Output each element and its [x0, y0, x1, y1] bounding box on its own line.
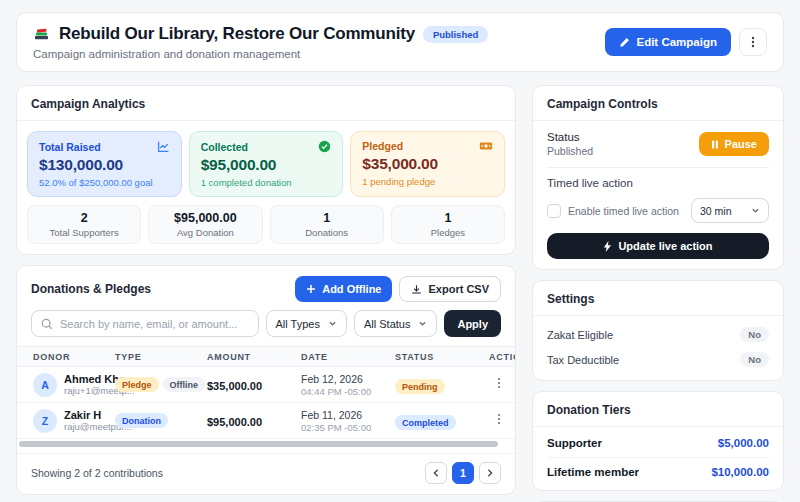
zakat-row: Zakat Eligible No: [547, 322, 769, 347]
duration-select[interactable]: 30 min: [691, 198, 769, 223]
time: 04:44 PM -05:00: [301, 386, 395, 397]
edit-campaign-button[interactable]: Edit Campaign: [605, 28, 731, 56]
type-badge-pledge: Pledge: [115, 377, 159, 392]
check-circle-icon: [318, 140, 331, 153]
books-icon: [33, 25, 51, 43]
pause-button[interactable]: Pause: [699, 132, 769, 156]
stat-pledges: 1 Pledges: [391, 205, 505, 244]
campaign-analytics-card: Campaign Analytics Total Raised $130,000…: [16, 85, 516, 255]
type-badge-offline: Offline: [163, 377, 206, 392]
donations-title: Donations & Pledges: [31, 282, 151, 296]
kebab-icon: [747, 36, 759, 48]
pledged-card: Pledged $35,000.00 1 pending pledge: [350, 131, 505, 197]
pledged-value: $35,000.00: [362, 155, 493, 173]
update-live-action-button[interactable]: Update live action: [547, 233, 769, 259]
add-offline-button[interactable]: Add Offline: [295, 276, 392, 302]
total-raised-value: $130,000.00: [39, 156, 170, 174]
stat-donations: 1 Donations: [270, 205, 384, 244]
tax-row: Tax Deductible No: [547, 347, 769, 372]
page-subtitle: Campaign administration and donation man…: [33, 48, 488, 60]
next-page-button[interactable]: [479, 462, 501, 484]
header-left: Rebuild Our Library, Restore Our Communi…: [33, 24, 488, 60]
showing-count: Showing 2 of 2 contributions: [31, 467, 163, 479]
banknote-icon: [479, 140, 493, 152]
page-header: Rebuild Our Library, Restore Our Communi…: [16, 12, 784, 72]
total-raised-card: Total Raised $130,000.00 52.0% of $250,0…: [27, 131, 182, 197]
status-badge: Published: [423, 26, 488, 43]
settings-title: Settings: [547, 292, 594, 306]
controls-title: Campaign Controls: [547, 97, 658, 111]
table-row: Z Zakir H raju@meetpur... Donation $95,0…: [17, 403, 515, 439]
time: 02:35 PM -05:00: [301, 422, 395, 433]
status-filter-select[interactable]: All Status: [354, 310, 437, 337]
lightning-icon: [603, 241, 612, 252]
row-kebab-button[interactable]: [489, 373, 509, 396]
type-filter-select[interactable]: All Types: [266, 310, 347, 337]
tiers-title: Donation Tiers: [547, 403, 631, 417]
avatar: Z: [33, 409, 57, 433]
donation-tiers-card: Donation Tiers Supporter $5,000.00 Lifet…: [532, 391, 784, 491]
type-badge-donation: Donation: [115, 413, 168, 428]
apply-button[interactable]: Apply: [444, 310, 501, 337]
tax-value-badge: No: [740, 352, 769, 367]
donations-table: DONOR TYPE AMOUNT DATE STATUS ACTIONS A: [17, 346, 515, 439]
date: Feb 11, 2026: [301, 409, 395, 421]
pagination: 1: [425, 462, 501, 484]
collected-label: Collected: [201, 141, 248, 153]
pencil-icon: [619, 37, 630, 48]
avatar: A: [33, 373, 57, 397]
download-icon: [411, 284, 422, 295]
search-box: [31, 310, 259, 337]
amount: $35,000.00: [207, 380, 262, 392]
chart-line-icon: [157, 140, 170, 153]
pledged-sub: 1 pending pledge: [362, 176, 493, 187]
zakat-value-badge: No: [740, 327, 769, 342]
search-icon: [41, 318, 53, 330]
horizontal-scrollbar[interactable]: [19, 441, 513, 449]
stat-total-supporters: 2 Total Supporters: [27, 205, 141, 244]
header-actions: Edit Campaign: [605, 28, 767, 56]
donations-card: Donations & Pledges Add Offline: [16, 265, 516, 495]
main-column: Campaign Analytics Total Raised $130,000…: [16, 85, 516, 495]
campaign-admin-page: Rebuild Our Library, Restore Our Communi…: [0, 0, 800, 502]
chevron-down-icon: [751, 206, 760, 215]
stat-avg-donation: $95,000.00 Avg Donation: [148, 205, 262, 244]
collected-card: Collected $95,000.00 1 completed donatio…: [189, 131, 344, 197]
analytics-title: Campaign Analytics: [31, 97, 145, 111]
status-badge-completed: Completed: [395, 415, 456, 430]
status-label: Status: [547, 131, 593, 143]
settings-card: Settings Zakat Eligible No Tax Deductibl…: [532, 280, 784, 381]
chevron-down-icon: [328, 319, 337, 328]
date: Feb 12, 2026: [301, 373, 395, 385]
scrollbar-thumb[interactable]: [19, 441, 498, 447]
search-input[interactable]: [60, 318, 249, 330]
export-csv-button[interactable]: Export CSV: [399, 276, 501, 302]
total-raised-sub: 52.0% of $250,000.00 goal: [39, 177, 170, 188]
page-title: Rebuild Our Library, Restore Our Communi…: [59, 24, 415, 44]
pledged-label: Pledged: [362, 140, 403, 152]
sidebar: Campaign Controls Status Published Pause: [532, 85, 784, 502]
collected-value: $95,000.00: [201, 156, 332, 174]
table-header-row: DONOR TYPE AMOUNT DATE STATUS ACTIONS: [17, 346, 515, 367]
collected-sub: 1 completed donation: [201, 177, 332, 188]
total-raised-label: Total Raised: [39, 141, 101, 153]
status-value: Published: [547, 145, 593, 157]
status-badge-pending: Pending: [395, 379, 445, 394]
table-row: A Ahmed Khan raju+1@meetp... Pledge Offl…: [17, 367, 515, 403]
plus-icon: [306, 284, 316, 294]
chevron-down-icon: [418, 319, 427, 328]
header-kebab-button[interactable]: [739, 28, 767, 56]
page-1-button[interactable]: 1: [452, 462, 474, 484]
tier-row: Lifetime member $10,000.00: [547, 457, 769, 486]
tier-row: Supporter $5,000.00: [547, 429, 769, 457]
row-kebab-button[interactable]: [489, 409, 509, 432]
timed-live-action-label: Timed live action: [547, 177, 769, 189]
campaign-controls-card: Campaign Controls Status Published Pause: [532, 85, 784, 270]
enable-timed-checkbox[interactable]: [547, 204, 561, 218]
amount: $95,000.00: [207, 416, 262, 428]
pause-icon: [711, 140, 719, 149]
enable-timed-label: Enable timed live action: [568, 205, 684, 217]
prev-page-button[interactable]: [425, 462, 447, 484]
